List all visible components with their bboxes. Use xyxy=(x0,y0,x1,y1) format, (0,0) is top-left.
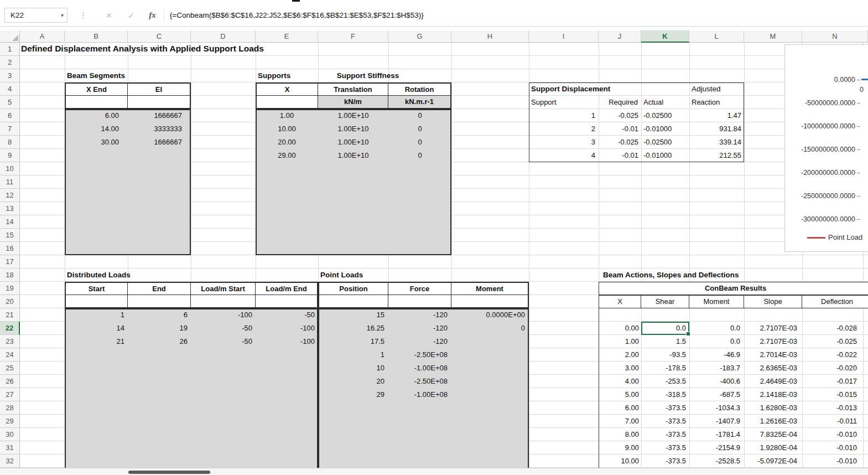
cell[interactable]: 21 xyxy=(65,335,128,348)
cell[interactable]: 20 xyxy=(318,375,388,388)
cell[interactable]: 5.00 xyxy=(599,388,641,401)
cell[interactable]: 1 xyxy=(529,109,599,122)
cell[interactable]: 1.6280E-03 xyxy=(744,401,802,415)
cell[interactable]: -100 xyxy=(191,308,256,322)
cell[interactable]: 26 xyxy=(128,335,191,348)
cell[interactable]: 4 xyxy=(529,149,599,162)
cell[interactable]: -0.015 xyxy=(802,388,868,401)
cell[interactable]: -0.025 xyxy=(599,109,641,122)
cell[interactable]: 0 xyxy=(388,149,451,162)
cell[interactable]: -0.010 xyxy=(802,428,868,441)
cell[interactable]: 10.00 xyxy=(256,122,318,136)
cell[interactable]: 6 xyxy=(128,308,191,322)
cell[interactable]: 10.00 xyxy=(599,455,641,468)
cell[interactable]: 0 xyxy=(388,109,451,122)
cell[interactable]: 2 xyxy=(529,122,599,136)
cell[interactable]: 7.00 xyxy=(599,415,641,428)
cell[interactable]: 0 xyxy=(451,322,529,335)
row-header[interactable]: 12 xyxy=(0,189,20,202)
cell[interactable]: 2.1418E-03 xyxy=(744,388,802,401)
column-header-cell[interactable]: Required xyxy=(599,96,641,109)
cell[interactable]: 29 xyxy=(318,388,388,401)
cell[interactable]: 1.9280E-04 xyxy=(744,441,802,455)
column-header-cell[interactable]: X End xyxy=(66,84,128,96)
cell[interactable]: -687.5 xyxy=(689,388,744,401)
cell[interactable]: -1034.3 xyxy=(689,401,744,415)
row-header[interactable]: 7 xyxy=(0,122,20,136)
name-box-dropdown-icon[interactable]: ▾ xyxy=(61,12,64,18)
cell[interactable] xyxy=(451,362,529,375)
name-box[interactable]: K22 ▾ xyxy=(4,8,67,23)
cell[interactable]: -0.01 xyxy=(599,149,641,162)
empty-cell[interactable] xyxy=(257,96,318,108)
row-header[interactable]: 14 xyxy=(0,215,20,229)
cell[interactable]: -50 xyxy=(191,322,256,335)
cell[interactable]: 1.00E+10 xyxy=(318,109,388,122)
cell[interactable]: 2.7107E-03 xyxy=(744,322,802,335)
column-header-cell[interactable]: Shear xyxy=(641,295,689,308)
cell[interactable]: 2.6365E-03 xyxy=(744,362,802,375)
cell[interactable] xyxy=(451,375,529,388)
cell[interactable]: 10 xyxy=(318,362,388,375)
column-header-cell[interactable]: Support xyxy=(529,96,599,109)
cell[interactable]: 9.00 xyxy=(599,441,641,455)
cell[interactable]: -2528.5 xyxy=(689,455,744,468)
column-header-cell[interactable]: Load/m Start xyxy=(191,283,256,295)
cell[interactable]: 1.00 xyxy=(599,335,641,348)
cell[interactable]: 1 xyxy=(318,348,388,362)
cell[interactable]: 15 xyxy=(318,308,388,322)
cell[interactable]: 1.00 xyxy=(256,109,318,122)
cell[interactable]: -1.00E+08 xyxy=(388,362,451,375)
cell[interactable]: 2.7014E-03 xyxy=(744,348,802,362)
cell[interactable]: -0.010 xyxy=(802,441,868,455)
column-header-cell[interactable]: Start xyxy=(66,283,128,295)
cell[interactable]: 0.0 xyxy=(689,322,744,335)
column-header[interactable]: E xyxy=(256,30,318,43)
cell[interactable]: 1.2616E-03 xyxy=(744,415,802,428)
embedded-chart[interactable]: 0.0000-50000000.0000-100000000.0000-1500… xyxy=(784,44,868,252)
cell[interactable]: -373.5 xyxy=(641,415,689,428)
cell[interactable]: 2.00 xyxy=(599,348,641,362)
formula-input[interactable]: {=Conbeam($B$6:$C$16,J22:J52,$E$6:$F$16,… xyxy=(170,11,424,19)
cell[interactable]: -0.01000 xyxy=(641,149,689,162)
column-header-cell[interactable]: Actual xyxy=(641,96,689,109)
row-header[interactable]: 10 xyxy=(0,162,20,175)
row-header[interactable]: 1 xyxy=(0,43,20,56)
cell[interactable]: 19 xyxy=(128,322,191,335)
row-header[interactable]: 5 xyxy=(0,96,20,109)
row-header[interactable]: 27 xyxy=(0,388,20,401)
row-header[interactable]: 15 xyxy=(0,229,20,242)
column-header-cell[interactable]: Deflection xyxy=(802,295,868,308)
cell[interactable]: 339.14 xyxy=(689,136,744,149)
empty-cell[interactable] xyxy=(66,96,128,108)
cell[interactable]: 3 xyxy=(529,136,599,149)
row-header[interactable]: 2 xyxy=(0,56,20,69)
cell[interactable]: -0.013 xyxy=(802,401,868,415)
cell[interactable]: 1.00E+10 xyxy=(318,149,388,162)
empty-cell[interactable] xyxy=(128,295,191,307)
cell[interactable]: -100 xyxy=(256,335,318,348)
row-header[interactable]: 8 xyxy=(0,136,20,149)
column-header[interactable]: H xyxy=(451,30,529,43)
cell[interactable]: -373.5 xyxy=(641,455,689,468)
empty-cell[interactable] xyxy=(191,295,256,307)
cell[interactable]: 3.00 xyxy=(599,362,641,375)
empty-cell[interactable] xyxy=(128,96,190,108)
unit-cell[interactable]: kN.m.r-1 xyxy=(388,96,450,108)
cell[interactable]: -2.50E+08 xyxy=(388,375,451,388)
cell[interactable]: -1407.9 xyxy=(689,415,744,428)
cell[interactable]: -318.5 xyxy=(641,388,689,401)
unit-cell[interactable]: kN/m xyxy=(318,96,388,108)
row-header[interactable]: 29 xyxy=(0,415,20,428)
cell[interactable]: -0.025 xyxy=(802,335,868,348)
cell[interactable]: -400.6 xyxy=(689,375,744,388)
cell[interactable]: 1.47 xyxy=(689,109,744,122)
column-header[interactable]: C xyxy=(128,30,191,43)
row-header[interactable]: 30 xyxy=(0,428,20,441)
cell[interactable]: 0.0000E+00 xyxy=(451,308,529,322)
cell[interactable]: -2.50E+08 xyxy=(388,348,451,362)
scrollbar-thumb[interactable] xyxy=(128,471,210,474)
empty-cell[interactable] xyxy=(66,295,128,307)
column-header-cell[interactable]: Translation xyxy=(318,84,388,96)
cell[interactable]: 17.5 xyxy=(318,335,388,348)
